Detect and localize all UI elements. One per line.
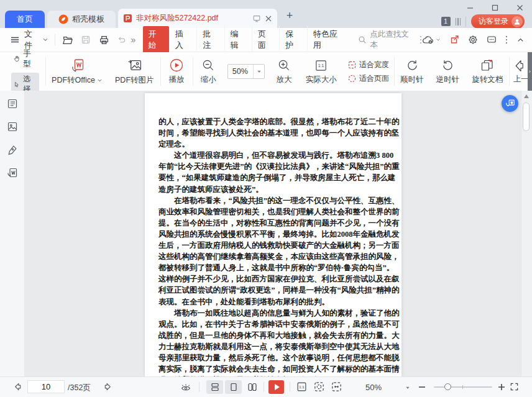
pdf-to-office-button[interactable]: PDF转Office [45, 52, 109, 91]
play-mode-button[interactable] [268, 380, 284, 394]
fit-width-status-icon[interactable] [331, 381, 342, 392]
previous-page-button[interactable]: 上一 [510, 52, 528, 91]
menu-tab[interactable]: 特色应用 [307, 26, 351, 53]
close-tab-icon[interactable] [265, 15, 272, 22]
zoom-out-button[interactable]: 缩小 [193, 52, 224, 91]
fit-page-status-icon[interactable] [314, 381, 324, 392]
two-page-view-button[interactable] [244, 380, 260, 394]
actual-size-status-icon[interactable]: 1:1 [296, 381, 307, 392]
text-line: 观点。比如，在书中关于古希腊神话中安泰俄斯的例子，虽然他是不可 [158, 319, 381, 330]
text-line: 在塔勒布看来，“风险共担”的这一理念不仅仅与公平性、互惠性、 [158, 195, 381, 206]
comment-icon[interactable] [487, 35, 497, 45]
settings-gear-icon[interactable] [468, 35, 478, 45]
zoom-in-button[interactable]: 放大 [268, 52, 299, 91]
pdf-to-image-button[interactable]: PDF转图片 [109, 52, 160, 91]
fit-width-icon [348, 61, 356, 69]
pdf-to-office-label: PDF转Office [52, 75, 95, 86]
menu-tab[interactable]: 编辑 [224, 26, 252, 53]
new-tab-button[interactable]: + [283, 10, 296, 22]
print-icon[interactable] [99, 35, 109, 45]
save-icon[interactable] [81, 35, 91, 45]
menu-tab[interactable]: 插入 [169, 26, 196, 53]
maximize-button[interactable] [482, 0, 507, 15]
account-area: 1 访客登录 [441, 14, 525, 29]
text-line: 要性，“如果建筑师建造的房子倒塌了，并导致房屋主人死亡，那么建 [158, 172, 381, 183]
signature-pen-icon[interactable] [7, 144, 18, 155]
hamburger-icon[interactable] [10, 35, 20, 45]
play-button[interactable]: 播放 [160, 52, 193, 91]
rotate-clockwise-button[interactable]: 顺时针 [394, 52, 430, 91]
minimize-button[interactable] [457, 0, 482, 15]
pdf-convert-floating-button[interactable] [502, 95, 518, 112]
undo-icon[interactable] [117, 35, 126, 45]
zoom-combobox-caret-icon[interactable] [253, 65, 264, 78]
fit-page-button[interactable]: 适合页面 [348, 73, 389, 84]
outline-panel-icon[interactable] [7, 98, 18, 109]
menu-tab[interactable]: 页面 [252, 26, 279, 53]
fit-width-button[interactable]: 适合宽度 [348, 60, 389, 70]
tab-docer[interactable]: 稻壳模板 [47, 11, 116, 28]
text-line: 离实际，脱离了实际就会失去生命，如同投资人不了解标的的基本面情 [158, 363, 381, 375]
hand-tool-button[interactable]: 手型 [11, 47, 39, 71]
previous-page-nav-icon[interactable] [13, 382, 22, 391]
vertical-scrollbar[interactable] [521, 91, 532, 377]
text-line: 提。在当今的生活中，对称性和互惠性的背离问题并不少见，一个没有 [158, 217, 381, 229]
cloud-sync-icon[interactable] [422, 35, 441, 45]
zoom-in-icon [277, 58, 291, 73]
zoom-out-label: 缩小 [201, 75, 216, 85]
thumbnails-panel-icon[interactable] [7, 121, 18, 132]
text-line: 的人，应该被置于人类金字塔的底部。很显然，塔勒布花了近二十年的 [158, 116, 381, 127]
zoom-out-status-button[interactable] [418, 383, 426, 391]
close-window-button[interactable] [507, 0, 532, 15]
scroll-up-arrow[interactable] [524, 94, 529, 98]
zoom-in-status-button[interactable] [497, 383, 506, 391]
tab-document[interactable]: 非对称风险5272422.pdf [118, 9, 277, 28]
zoom-slider-knob[interactable] [444, 383, 451, 390]
text-line: 战胜的，但是一旦他的身体不再和大地接触，就会失去所有的力量。大 [158, 330, 381, 341]
fit-width-label: 适合宽度 [359, 60, 389, 70]
find-text-box[interactable]: 点此查找文本 [358, 29, 422, 50]
share-icon[interactable] [449, 35, 459, 45]
rotate-counterclockwise-button[interactable]: 逆时针 [430, 52, 466, 91]
window-list-icon[interactable] [456, 18, 461, 25]
more-tools-icon[interactable]: » [131, 35, 136, 45]
zoom-in-label: 放大 [277, 75, 292, 85]
page-number-input[interactable]: 10 [27, 380, 65, 393]
fullscreen-icon[interactable] [510, 382, 519, 391]
single-page-view-button[interactable] [225, 380, 242, 394]
menu-tab[interactable]: 批注 [196, 26, 224, 53]
eye-protection-icon[interactable] [180, 382, 191, 392]
scrollbar-thumb[interactable] [523, 103, 530, 131]
rotate-document-button[interactable]: 旋转文档 [466, 52, 509, 91]
document-area: 的人，应该被置于人类金字塔的底部。很显然，塔勒布花了近二十年的时间，希望能寻找到… [0, 91, 532, 377]
zoom-caret-icon[interactable] [405, 385, 410, 390]
pdf-page[interactable]: 的人，应该被置于人类金字塔的底部。很显然，塔勒布花了近二十年的时间，希望能寻找到… [145, 93, 401, 377]
actual-size-button[interactable]: 1:1 实际大小 [300, 52, 343, 91]
single-page-view-icon [229, 383, 238, 391]
pdf-file-icon [123, 14, 132, 23]
rotate-clockwise-label: 顺时针 [400, 75, 424, 85]
tab-home[interactable]: 首页 [5, 11, 45, 28]
tab-document-title: 非对称风险5272422.pdf [136, 13, 249, 24]
pin-to-desktop-icon[interactable] [252, 14, 261, 23]
continuous-view-button[interactable] [206, 380, 223, 394]
window-controls [457, 0, 532, 15]
menu-tab[interactable]: 保护 [279, 26, 306, 53]
collapse-ribbon-icon[interactable] [516, 36, 525, 44]
toolbar-expander[interactable]: › [528, 52, 532, 91]
next-page-nav-icon[interactable] [103, 382, 112, 391]
open-file-icon[interactable] [62, 35, 73, 45]
left-sidebar [0, 91, 25, 377]
more-options-icon[interactable] [505, 35, 508, 44]
zoom-percent-combobox[interactable]: 50% [227, 64, 265, 79]
tool-bar: 手型 选择 PDF转Office PDF转图片 播放 缩小 [0, 52, 532, 91]
zoom-slider[interactable] [434, 386, 492, 388]
export-to-word-icon[interactable] [7, 167, 18, 178]
menu-tab[interactable]: 开始 [143, 26, 168, 53]
tab-home-label: 首页 [17, 14, 33, 25]
guest-login-button[interactable]: 访客登录 [471, 14, 525, 29]
continuous-view-icon [211, 383, 219, 391]
task-count-badge[interactable]: 1 [441, 17, 451, 26]
zoom-percent-value: 50% [228, 67, 254, 76]
file-menu-chevron-icon[interactable] [42, 37, 48, 43]
